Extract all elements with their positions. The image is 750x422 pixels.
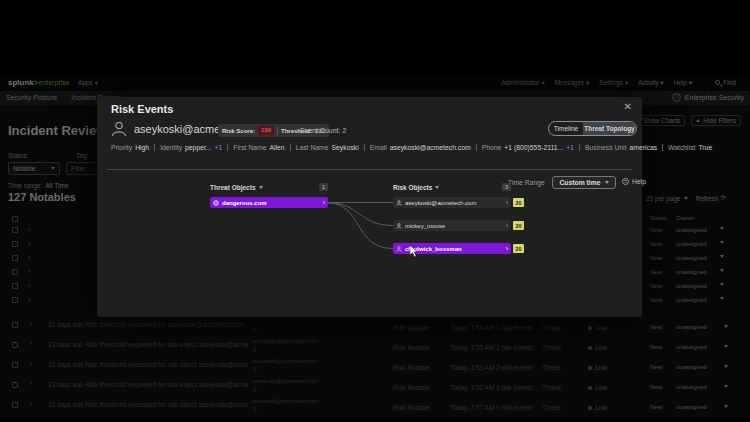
identity-avatar-icon: [110, 120, 128, 138]
risk-object-row: mickey_mouse › 20: [393, 220, 524, 231]
identity-attribute: First Name Allen: [227, 144, 284, 151]
risk-objects-sort[interactable]: Risk Objects: [393, 184, 439, 191]
modal-divider: [107, 169, 632, 170]
more-count-link[interactable]: +1: [566, 144, 574, 151]
risk-score-value: 130: [258, 126, 274, 135]
threat-count-badge: 1: [319, 183, 328, 191]
chevron-right-icon: ›: [506, 200, 508, 206]
event-count: Event Count: 2: [300, 127, 346, 134]
identity-attribute: Business Unit americas: [579, 144, 657, 151]
risk-objects-header: Risk Objects 3: [393, 183, 511, 191]
identity-attribute: Phone +1 (800)555-2111... +1: [476, 144, 574, 151]
risk-events-modal: Risk Events ✕ aseykoski@acmetech.com Ris…: [97, 97, 642, 317]
risk-object-list: aseykoski@acmetech.com › 20 mickey_mouse…: [393, 197, 524, 266]
risk-object-bar[interactable]: aseykoski@acmetech.com ›: [393, 197, 511, 208]
identity-attribute: Watchlist True: [662, 144, 712, 151]
chevron-down-icon: [605, 181, 609, 184]
threat-objects-sort[interactable]: Threat Objects: [210, 184, 263, 191]
chevron-down-icon: [259, 186, 263, 189]
modal-time-range-label: Time Range: [508, 179, 545, 186]
risk-object-bar[interactable]: chadwick_bossman ›: [393, 243, 511, 254]
tab-timeline[interactable]: Timeline: [549, 122, 583, 135]
identity-attribute: Priority High: [111, 144, 149, 151]
screen: splunk>enterprise Apps ▾ Administrator ▾…: [0, 0, 750, 422]
risk-object-bar[interactable]: mickey_mouse ›: [393, 220, 511, 231]
view-switcher: Timeline Threat Topology: [548, 121, 637, 136]
threat-object-name: dangerous.com: [222, 200, 320, 206]
globe-icon: [213, 200, 219, 206]
risk-count-badge: 3: [502, 183, 511, 191]
identity-attribute: Identity pepper... +1: [154, 144, 222, 151]
person-icon: [396, 200, 402, 206]
more-count-link[interactable]: +1: [215, 144, 223, 151]
custom-time-dropdown[interactable]: Custom time: [552, 176, 616, 189]
pill-divider: [277, 127, 278, 135]
tab-threat-topology[interactable]: Threat Topology: [583, 122, 636, 135]
risk-score-label: Risk Score:: [222, 128, 255, 134]
identity-attribute: Last Name Seykoski: [290, 144, 359, 151]
risk-object-row: aseykoski@acmetech.com › 20: [393, 197, 524, 208]
chevron-right-icon: ›: [323, 200, 325, 206]
threat-object-dangerous-com[interactable]: dangerous.com ›: [210, 197, 328, 208]
modal-title: Risk Events: [111, 103, 173, 115]
risk-score-badge: 20: [513, 198, 524, 207]
help-link[interactable]: ? Help: [622, 178, 646, 185]
risk-object-row: chadwick_bossman › 20: [393, 243, 524, 254]
chevron-right-icon: ›: [506, 223, 508, 229]
identity-attribute: Email aseykoski@acmetech.com: [364, 144, 471, 151]
risk-score-badge: 20: [513, 244, 524, 253]
help-icon: ?: [622, 178, 629, 185]
threat-objects-header: Threat Objects 1: [210, 183, 328, 191]
chevron-right-icon: ›: [506, 246, 508, 252]
identity-attributes: Priority High Identity pepper... +1 Firs…: [111, 144, 632, 151]
chevron-down-icon: [435, 186, 439, 189]
person-icon: [396, 223, 402, 229]
close-icon[interactable]: ✕: [624, 101, 632, 112]
risk-score-badge: 20: [513, 221, 524, 230]
person-icon: [396, 246, 402, 252]
